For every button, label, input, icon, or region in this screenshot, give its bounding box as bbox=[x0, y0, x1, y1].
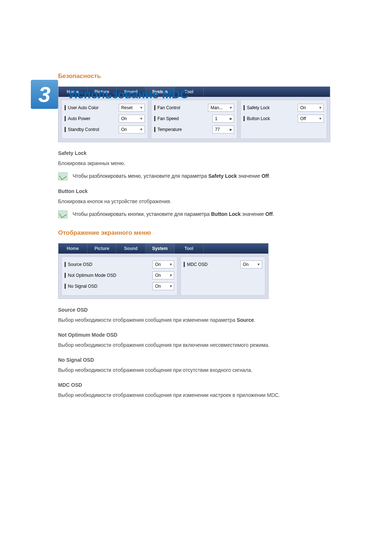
safety-lock-note: Чтобы разблокировать меню, установите дл… bbox=[58, 172, 348, 180]
label-standby-control: Standby Control bbox=[68, 127, 117, 132]
label-button-lock: Button Lock bbox=[247, 116, 295, 121]
chevron-right-icon: ▶ bbox=[228, 117, 232, 120]
stepper-temperature[interactable]: 77 ▶ bbox=[212, 126, 234, 134]
dropdown-not-optimum-mode-osd[interactable]: On ▼ bbox=[152, 271, 174, 279]
safety-lock-heading: Safety Lock bbox=[58, 150, 348, 156]
label-fan-speed: Fan Speed bbox=[158, 116, 211, 121]
row-standby-control: Standby Control On ▼ bbox=[65, 124, 145, 135]
tab-home[interactable]: Home bbox=[58, 243, 87, 254]
label-temperature: Temperature bbox=[158, 127, 211, 132]
col-lock: Safety Lock On ▼ Button Lock Off ▼ bbox=[240, 100, 327, 139]
tabbar: Home Picture Sound System Tool bbox=[58, 243, 268, 254]
row-auto-power: Auto Power On ▼ bbox=[65, 113, 145, 124]
chevron-down-icon: ▼ bbox=[138, 128, 143, 131]
label-mdc-osd: MDC OSD bbox=[187, 262, 238, 267]
indicator-bar bbox=[65, 284, 66, 289]
dropdown-button-lock[interactable]: Off ▼ bbox=[298, 115, 324, 123]
source-osd-body: Выбор необходимости отображения сообщени… bbox=[58, 316, 348, 324]
button-lock-body: Блокировка кнопок на устройстве отображе… bbox=[58, 198, 348, 205]
mdc-osd-body: Выбор необходимости отображения сообщени… bbox=[58, 391, 348, 399]
chevron-down-icon: ▼ bbox=[138, 117, 143, 120]
note-text: Чтобы разблокировать меню, установите дл… bbox=[73, 172, 270, 180]
label-not-optimum-mode-osd: Not Optimum Mode OSD bbox=[68, 273, 150, 278]
note-text: Чтобы разблокировать кнопки, установите … bbox=[73, 210, 274, 218]
chevron-down-icon: ▼ bbox=[317, 117, 322, 120]
col-osd-left: Source OSD On ▼ Not Optimum Mode OSD On … bbox=[61, 257, 177, 296]
mdc-osd-heading: MDC OSD bbox=[58, 382, 348, 388]
button-lock-note: Чтобы разблокировать кнопки, установите … bbox=[58, 210, 348, 218]
note-icon bbox=[58, 172, 68, 180]
button-lock-heading: Button Lock bbox=[58, 188, 348, 194]
row-not-optimum-mode-osd: Not Optimum Mode OSD On ▼ bbox=[65, 270, 174, 281]
indicator-bar bbox=[65, 127, 66, 132]
section-safety-heading: Безопасность bbox=[58, 73, 348, 80]
row-button-lock: Button Lock Off ▼ bbox=[244, 113, 324, 124]
dropdown-auto-power[interactable]: On ▼ bbox=[119, 115, 145, 123]
label-auto-power: Auto Power bbox=[68, 116, 117, 121]
col-osd-right: MDC OSD On ▼ bbox=[180, 257, 265, 296]
indicator-bar bbox=[184, 262, 185, 267]
not-optimum-body: Выбор необходимости отображения сообщени… bbox=[58, 341, 348, 349]
tab-tool[interactable]: Tool bbox=[175, 243, 204, 254]
section-osd-heading: Отображение экранного меню bbox=[58, 229, 348, 237]
dropdown-mdc-osd[interactable]: On ▼ bbox=[240, 260, 262, 268]
chevron-down-icon: ▼ bbox=[168, 274, 172, 277]
indicator-bar bbox=[244, 116, 245, 121]
chevron-down-icon: ▼ bbox=[168, 263, 172, 266]
chevron-down-icon: ▼ bbox=[168, 284, 172, 288]
row-temperature: Temperature 77 ▶ bbox=[154, 124, 234, 135]
indicator-bar bbox=[65, 273, 66, 278]
indicator-bar bbox=[154, 127, 155, 132]
row-safety-lock: Safety Lock On ▼ bbox=[244, 102, 324, 113]
osd-panel: Home Picture Sound System Tool Source OS… bbox=[58, 243, 269, 299]
indicator-bar bbox=[65, 116, 66, 121]
dropdown-source-osd[interactable]: On ▼ bbox=[152, 260, 174, 268]
chapter-number: 3 bbox=[38, 82, 50, 107]
row-no-signal-osd: No Signal OSD On ▼ bbox=[65, 281, 174, 292]
dropdown-safety-lock[interactable]: On ▼ bbox=[298, 104, 324, 112]
dropdown-standby-control[interactable]: On ▼ bbox=[119, 126, 145, 134]
label-safety-lock: Safety Lock bbox=[247, 105, 295, 110]
tab-picture[interactable]: Picture bbox=[87, 243, 117, 254]
indicator-bar bbox=[65, 262, 66, 267]
source-osd-heading: Source OSD bbox=[58, 307, 348, 313]
chevron-right-icon: ▶ bbox=[228, 128, 232, 131]
stepper-fan-speed[interactable]: 1 ▶ bbox=[212, 115, 234, 123]
tab-sound[interactable]: Sound bbox=[117, 243, 146, 254]
chevron-down-icon: ▼ bbox=[317, 106, 322, 110]
indicator-bar bbox=[65, 105, 66, 110]
row-fan-speed: Fan Speed 1 ▶ bbox=[154, 113, 234, 124]
safety-lock-body: Блокировка экранных меню. bbox=[58, 160, 348, 167]
tab-system[interactable]: System bbox=[146, 243, 175, 254]
indicator-bar bbox=[244, 105, 245, 110]
label-no-signal-osd: No Signal OSD bbox=[68, 284, 150, 289]
page-title: Использование MDC bbox=[69, 80, 188, 109]
row-mdc-osd: MDC OSD On ▼ bbox=[184, 259, 262, 270]
chapter-badge: 3 bbox=[31, 80, 58, 109]
indicator-bar bbox=[154, 116, 155, 121]
no-signal-body: Выбор необходимости отображения сообщени… bbox=[58, 366, 348, 374]
chevron-down-icon: ▼ bbox=[228, 106, 232, 110]
note-icon bbox=[58, 210, 68, 218]
dropdown-no-signal-osd[interactable]: On ▼ bbox=[152, 282, 174, 290]
chevron-down-icon: ▼ bbox=[256, 263, 260, 266]
dropdown-fan-control[interactable]: Man... ▼ bbox=[208, 104, 234, 112]
not-optimum-heading: Not Optimum Mode OSD bbox=[58, 332, 348, 338]
row-source-osd: Source OSD On ▼ bbox=[65, 259, 174, 270]
label-source-osd: Source OSD bbox=[68, 262, 150, 267]
no-signal-heading: No Signal OSD bbox=[58, 357, 348, 363]
